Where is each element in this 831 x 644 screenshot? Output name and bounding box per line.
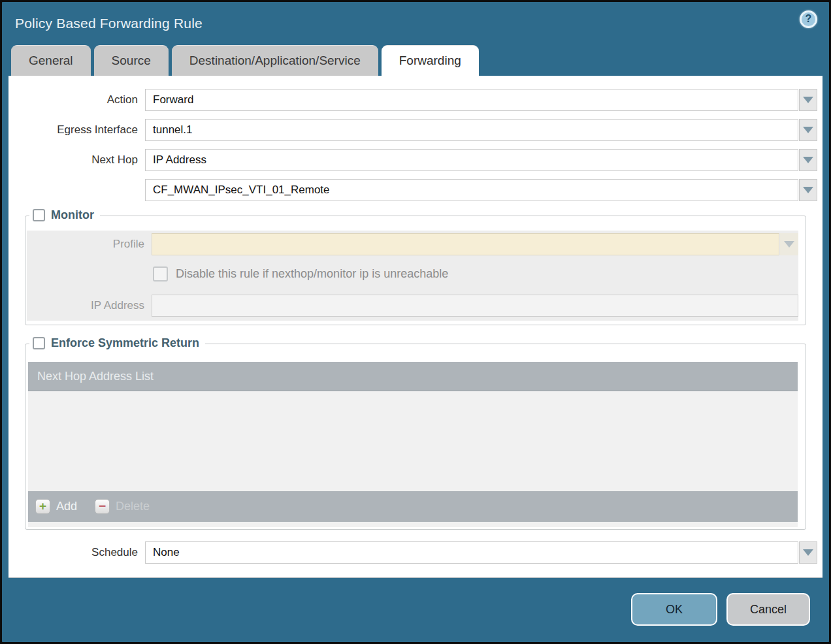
next-hop-address-row: CF_MWAN_IPsec_VTI_01_Remote [8, 179, 823, 201]
profile-dropdown-trigger [780, 233, 798, 255]
chevron-down-icon [803, 157, 813, 163]
egress-interface-label: Egress Interface [8, 123, 138, 137]
chevron-down-icon [784, 241, 794, 248]
action-select[interactable]: Forward [145, 89, 798, 111]
next-hop-address-list-body[interactable] [28, 391, 798, 491]
monitor-disabled-panel: Profile Disable this rule if nexthop/mon… [27, 231, 798, 321]
next-hop-type-select[interactable]: IP Address [145, 149, 798, 171]
egress-interface-dropdown-trigger[interactable] [799, 119, 817, 141]
next-hop-address-list-grid: Next Hop Address List + Add − Delete [28, 362, 798, 527]
next-hop-dropdown-trigger[interactable] [799, 149, 817, 171]
egress-interface-select[interactable]: tunnel.1 [145, 119, 798, 141]
tab-destination-application-service[interactable]: Destination/Application/Service [172, 45, 378, 76]
next-hop-combo: IP Address [145, 149, 817, 171]
schedule-label: Schedule [8, 546, 138, 559]
add-button-label: Add [56, 500, 77, 513]
next-hop-address-list-column-header: Next Hop Address List [28, 362, 798, 391]
next-hop-address-combo: CF_MWAN_IPsec_VTI_01_Remote [145, 179, 817, 201]
tab-bar: General Source Destination/Application/S… [2, 45, 829, 76]
ok-button[interactable]: OK [631, 593, 717, 626]
tab-general[interactable]: General [11, 45, 91, 76]
help-icon[interactable]: ? [800, 10, 817, 28]
profile-label: Profile [27, 238, 144, 251]
delete-minus-icon: − [95, 499, 110, 514]
enforce-symmetric-return-checkbox[interactable] [33, 337, 45, 349]
action-combo: Forward [145, 89, 817, 111]
disable-rule-label: Disable this rule if nexthop/monitor ip … [176, 267, 448, 281]
monitor-title: Monitor [51, 208, 94, 222]
add-plus-icon: + [35, 499, 50, 514]
profile-row: Profile [27, 233, 798, 255]
cancel-button[interactable]: Cancel [726, 593, 810, 626]
monitor-fieldset: Monitor Profile Disable this rule if nex… [25, 216, 806, 325]
forwarding-tab-panel: Action Forward Egress Interface tunnel.1… [8, 76, 823, 578]
monitor-ip-address-label: IP Address [27, 299, 144, 312]
action-dropdown-trigger[interactable] [799, 89, 817, 111]
delete-button: − Delete [95, 499, 150, 514]
dialog-footer: OK Cancel [2, 578, 829, 641]
add-button[interactable]: + Add [35, 499, 77, 514]
schedule-dropdown-trigger[interactable] [799, 541, 817, 564]
next-hop-address-dropdown-trigger[interactable] [799, 179, 817, 201]
chevron-down-icon [803, 187, 813, 193]
dialog-titlebar: Policy Based Forwarding Rule ? [2, 2, 829, 45]
next-hop-address-list-toolbar: + Add − Delete [28, 491, 798, 522]
schedule-select[interactable]: None [145, 541, 798, 564]
chevron-down-icon [803, 97, 813, 103]
disable-rule-checkbox [153, 266, 168, 282]
action-label: Action [8, 93, 138, 106]
delete-button-label: Delete [116, 500, 150, 513]
tab-forwarding[interactable]: Forwarding [382, 45, 479, 76]
egress-interface-combo: tunnel.1 [145, 119, 817, 141]
schedule-row: Schedule None [8, 541, 823, 564]
monitor-ip-address-input [152, 295, 798, 317]
monitor-checkbox[interactable] [33, 209, 45, 221]
schedule-combo: None [145, 541, 817, 564]
next-hop-label: Next Hop [8, 153, 138, 167]
disable-rule-row: Disable this rule if nexthop/monitor ip … [153, 266, 798, 282]
egress-interface-row: Egress Interface tunnel.1 [8, 119, 823, 141]
next-hop-address-select[interactable]: CF_MWAN_IPsec_VTI_01_Remote [145, 179, 798, 201]
tab-source[interactable]: Source [94, 45, 169, 76]
dialog-title: Policy Based Forwarding Rule [15, 16, 203, 31]
enforce-symmetric-return-fieldset: Enforce Symmetric Return Next Hop Addres… [25, 344, 806, 530]
enforce-symmetric-return-legend: Enforce Symmetric Return [29, 335, 205, 351]
pbf-rule-dialog: Policy Based Forwarding Rule ? General S… [0, 0, 831, 644]
profile-select [152, 233, 779, 255]
next-hop-row: Next Hop IP Address [8, 149, 823, 171]
grid-bottom-strip [28, 522, 798, 527]
action-row: Action Forward [8, 89, 823, 111]
chevron-down-icon [803, 127, 813, 133]
enforce-symmetric-return-title: Enforce Symmetric Return [51, 336, 199, 350]
monitor-ip-address-row: IP Address [27, 295, 798, 317]
chevron-down-icon [803, 549, 813, 556]
monitor-legend: Monitor [29, 207, 100, 223]
